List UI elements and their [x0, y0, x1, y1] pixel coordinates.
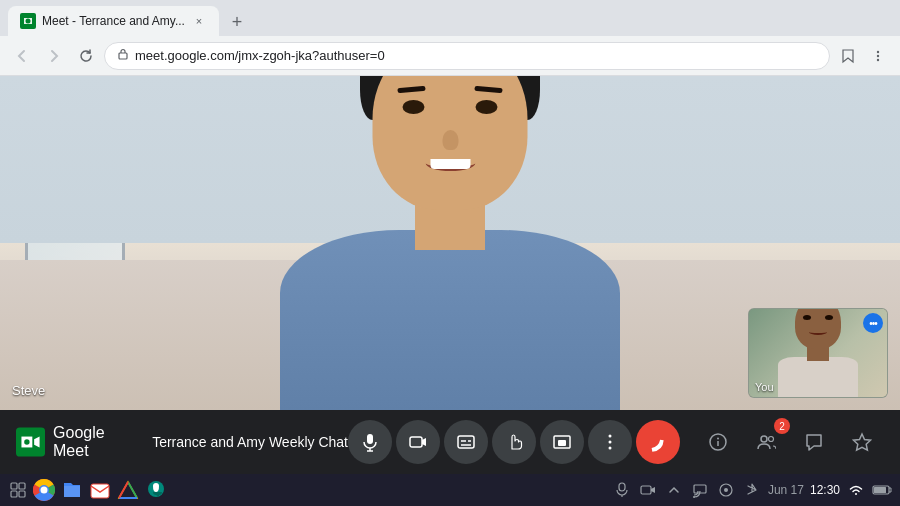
svg-point-24	[761, 436, 767, 442]
meet-controls	[348, 420, 680, 464]
chrome-taskbar-icon[interactable]	[32, 478, 56, 502]
tray-battery-icon[interactable]	[872, 480, 892, 500]
forward-button[interactable]	[40, 42, 68, 70]
svg-point-25	[769, 437, 774, 442]
drive-taskbar-icon[interactable]	[116, 478, 140, 502]
tab-favicon	[20, 13, 36, 29]
svg-rect-43	[874, 487, 886, 493]
back-button[interactable]	[8, 42, 36, 70]
raise-hand-button[interactable]	[492, 420, 536, 464]
captions-button[interactable]	[444, 420, 488, 464]
tray-mic-icon[interactable]	[612, 480, 632, 500]
camera-button[interactable]	[396, 420, 440, 464]
svg-rect-37	[641, 486, 651, 494]
svg-point-4	[877, 54, 879, 56]
svg-rect-28	[11, 491, 17, 497]
system-time: 12:30	[810, 483, 840, 497]
active-tab[interactable]: Meet - Terrance and Amy... ×	[8, 6, 219, 36]
refresh-button[interactable]	[72, 42, 100, 70]
chrome-menu-button[interactable]	[864, 42, 892, 70]
pip-more-icon: •••	[869, 318, 877, 329]
pip-you-label: You	[755, 381, 774, 393]
svg-point-5	[877, 58, 879, 60]
svg-point-32	[41, 487, 48, 494]
svg-rect-29	[19, 491, 25, 497]
person-head	[373, 76, 528, 210]
svg-rect-27	[19, 483, 25, 489]
present-button[interactable]	[540, 420, 584, 464]
pip-window: ••• You	[748, 308, 888, 398]
svg-rect-12	[458, 436, 474, 448]
tray-wifi-icon[interactable]	[846, 480, 866, 500]
svg-point-23	[717, 438, 719, 440]
video-container: Steve	[0, 76, 900, 410]
tray-expand-icon[interactable]	[664, 480, 684, 500]
meet-toolbar: Google Meet Terrance and Amy Weekly Chat	[0, 410, 900, 474]
svg-point-41	[724, 488, 728, 492]
tab-close-button[interactable]: ×	[191, 13, 207, 29]
hangouts-taskbar-icon[interactable]	[144, 478, 168, 502]
tab-title: Meet - Terrance and Amy...	[42, 14, 185, 28]
more-options-button[interactable]	[588, 420, 632, 464]
meet-logo-text: Google Meet	[53, 424, 136, 460]
participants-badge: 2	[774, 418, 790, 434]
tray-bt-icon[interactable]	[742, 480, 762, 500]
address-bar: meet.google.com/jmx-zgoh-jka?authuser=0	[0, 36, 900, 76]
svg-point-19	[609, 441, 612, 444]
pip-head	[795, 308, 841, 349]
svg-point-7	[24, 439, 29, 444]
svg-point-1	[26, 19, 31, 24]
info-button[interactable]	[696, 420, 740, 464]
system-date: Jun 17	[768, 483, 804, 497]
url-bar[interactable]: meet.google.com/jmx-zgoh-jka?authuser=0	[104, 42, 830, 70]
files-taskbar-icon[interactable]	[60, 478, 84, 502]
svg-rect-11	[410, 437, 422, 447]
new-tab-button[interactable]: +	[223, 8, 251, 36]
svg-point-3	[877, 50, 879, 52]
svg-rect-17	[558, 440, 566, 446]
svg-rect-33	[91, 484, 109, 498]
participants-button[interactable]: 2	[744, 420, 788, 464]
meet-right-controls: 2	[696, 420, 884, 464]
microphone-button[interactable]	[348, 420, 392, 464]
tray-camera-icon[interactable]	[638, 480, 658, 500]
svg-point-39	[693, 496, 695, 498]
taskbar-left	[8, 478, 168, 502]
svg-rect-26	[11, 483, 17, 489]
end-call-button[interactable]	[636, 420, 680, 464]
participant-name-label: Steve	[12, 383, 45, 398]
tab-bar: Meet - Terrance and Amy... × +	[0, 0, 900, 36]
svg-rect-8	[367, 434, 373, 444]
svg-point-18	[609, 435, 612, 438]
svg-rect-2	[119, 53, 127, 59]
toolbar-right	[834, 42, 892, 70]
system-tray-right: Jun 17 12:30	[612, 480, 892, 500]
bookmark-button[interactable]	[834, 42, 862, 70]
svg-point-20	[609, 447, 612, 450]
system-button[interactable]	[8, 480, 28, 500]
pip-more-button[interactable]: •••	[863, 313, 883, 333]
secure-icon	[117, 48, 129, 63]
gmail-taskbar-icon[interactable]	[88, 478, 112, 502]
browser-frame: Meet - Terrance and Amy... × + meet.goog…	[0, 0, 900, 506]
system-tray: Jun 17 12:30	[0, 474, 900, 506]
call-title: Terrance and Amy Weekly Chat	[152, 434, 348, 450]
svg-rect-35	[619, 483, 625, 491]
tray-cast-icon[interactable]	[690, 480, 710, 500]
meet-logo: Google Meet	[16, 424, 136, 460]
activities-button[interactable]	[840, 420, 884, 464]
person-body	[280, 230, 620, 410]
pip-body	[778, 357, 858, 397]
tray-network-icon[interactable]	[716, 480, 736, 500]
url-text: meet.google.com/jmx-zgoh-jka?authuser=0	[135, 48, 817, 63]
chat-button[interactable]	[792, 420, 836, 464]
